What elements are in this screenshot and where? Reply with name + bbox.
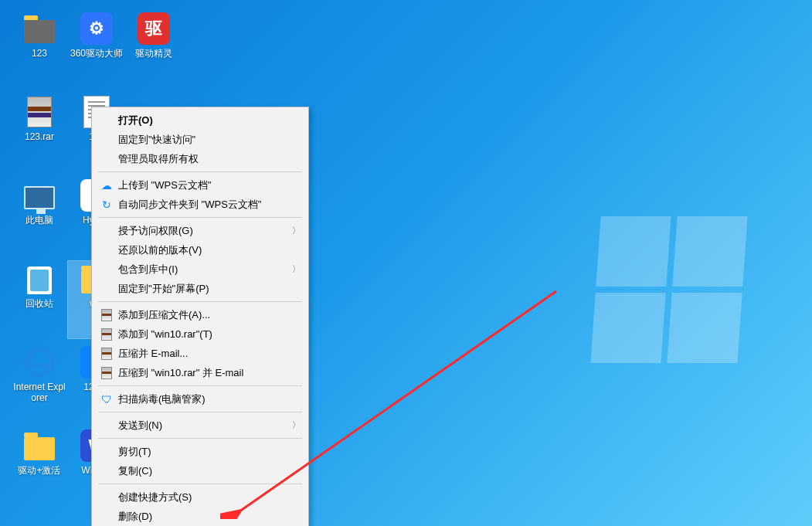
menu-separator — [98, 171, 302, 172]
recycle-bin-icon — [27, 266, 52, 294]
menu-pin-quick-access[interactable]: 固定到"快速访问" — [92, 130, 308, 149]
menu-label: 固定到"开始"屏幕(P) — [115, 282, 301, 296]
menu-create-shortcut[interactable]: 创建快捷方式(S) — [92, 487, 308, 507]
folder-icon — [24, 437, 55, 460]
shield-icon: 🛡 — [98, 392, 115, 406]
rar-icon — [98, 308, 115, 322]
menu-label: 添加到压缩文件(A)... — [115, 308, 301, 322]
menu-label: 压缩并 E-mail... — [115, 347, 301, 361]
menu-label: 包含到库中(I) — [115, 263, 292, 277]
rar-icon — [98, 327, 115, 341]
chevron-right-icon: 〉 — [292, 263, 301, 275]
menu-open[interactable]: 打开(O) — [92, 110, 308, 130]
menu-delete[interactable]: 删除(D) — [92, 507, 308, 526]
menu-label: 添加到 "win10.rar"(T) — [115, 327, 301, 341]
menu-separator — [98, 484, 302, 484]
menu-label: 剪切(T) — [115, 445, 301, 459]
menu-label: 复制(C) — [115, 464, 301, 478]
desktop-icon-recycle[interactable]: 回收站 — [11, 261, 68, 338]
menu-send-to[interactable]: 发送到(N)〉 — [92, 416, 308, 435]
menu-include-library[interactable]: 包含到库中(I)〉 — [92, 260, 308, 279]
menu-label: 上传到 "WPS云文档" — [115, 178, 301, 192]
menu-restore-previous[interactable]: 还原以前的版本(V) — [92, 240, 308, 260]
menu-copy[interactable]: 复制(C) — [92, 461, 308, 480]
menu-label: 还原以前的版本(V) — [115, 243, 301, 257]
menu-add-win10-rar[interactable]: 添加到 "win10.rar"(T) — [92, 324, 308, 344]
context-menu: 打开(O) 固定到"快速访问" 管理员取得所有权 ☁上传到 "WPS云文档" ↻… — [91, 107, 309, 526]
menu-compress-win10-email[interactable]: 压缩到 "win10.rar" 并 E-mail — [92, 363, 308, 382]
menu-scan-virus[interactable]: 🛡扫描病毒(电脑管家) — [92, 389, 308, 409]
menu-label: 删除(D) — [115, 510, 301, 524]
menu-add-archive[interactable]: 添加到压缩文件(A)... — [92, 305, 308, 324]
menu-grant-access[interactable]: 授予访问权限(G)〉 — [92, 221, 308, 240]
menu-separator — [98, 301, 302, 302]
menu-label: 压缩到 "win10.rar" 并 E-mail — [115, 366, 301, 380]
menu-label: 自动同步文件夹到 "WPS云文档" — [115, 198, 301, 212]
icon-label: 123.rar — [25, 131, 54, 142]
menu-separator — [98, 385, 302, 386]
menu-upload-wps[interactable]: ☁上传到 "WPS云文档" — [92, 175, 308, 195]
sync-icon: ↻ — [98, 198, 115, 212]
chevron-right-icon: 〉 — [292, 419, 301, 431]
menu-pin-start[interactable]: 固定到"开始"屏幕(P) — [92, 279, 308, 298]
rar-icon — [98, 347, 115, 361]
windows-logo-bg — [590, 216, 747, 363]
menu-sync-wps[interactable]: ↻自动同步文件夹到 "WPS云文档" — [92, 195, 308, 214]
desktop-icon-drvgenius[interactable]: 驱 驱动精灵 — [125, 11, 182, 88]
desktop-icon-folder-123[interactable]: 123 — [11, 11, 68, 88]
folder-icon — [24, 20, 55, 43]
menu-compress-email[interactable]: 压缩并 E-mail... — [92, 344, 308, 363]
icon-label: 回收站 — [25, 298, 53, 309]
ie-icon — [25, 348, 54, 377]
driver-icon: 驱 — [138, 12, 170, 45]
desktop-icon-ie[interactable]: Internet Explorer — [11, 344, 68, 422]
desktop-icon-360driver[interactable]: ⚙ 360驱动大师 — [68, 11, 125, 88]
menu-admin-take-ownership[interactable]: 管理员取得所有权 — [92, 149, 308, 168]
icon-label: 此电脑 — [25, 215, 53, 226]
icon-label: 123 — [32, 48, 47, 59]
menu-cut[interactable]: 剪切(T) — [92, 442, 308, 461]
chevron-right-icon: 〉 — [292, 225, 301, 236]
menu-separator — [98, 217, 302, 218]
menu-label: 固定到"快速访问" — [115, 133, 301, 147]
menu-separator — [98, 412, 302, 412]
icon-label: 驱动精灵 — [135, 48, 172, 59]
menu-separator — [98, 438, 302, 439]
desktop-icon-123rar[interactable]: 123.rar — [11, 94, 68, 171]
rar-icon — [98, 366, 115, 380]
menu-label: 授予访问权限(G) — [115, 224, 292, 238]
menu-label: 扫描病毒(电脑管家) — [115, 392, 301, 406]
icon-label: Internet Explorer — [11, 382, 68, 403]
menu-label: 创建快捷方式(S) — [115, 490, 301, 504]
menu-label: 打开(O) — [115, 114, 301, 127]
desktop-icon-drivers[interactable]: 驱动+激活 — [11, 428, 68, 505]
icon-label: 360驱动大师 — [70, 48, 123, 59]
desktop-icon-thispc[interactable]: 此电脑 — [11, 178, 68, 255]
computer-icon — [24, 186, 55, 209]
menu-label: 发送到(N) — [115, 419, 292, 433]
gear-icon: ⚙ — [80, 12, 113, 45]
cloud-icon: ☁ — [98, 178, 115, 192]
rar-icon — [27, 97, 52, 127]
icon-label: 驱动+激活 — [18, 465, 60, 476]
menu-label: 管理员取得所有权 — [115, 152, 301, 166]
